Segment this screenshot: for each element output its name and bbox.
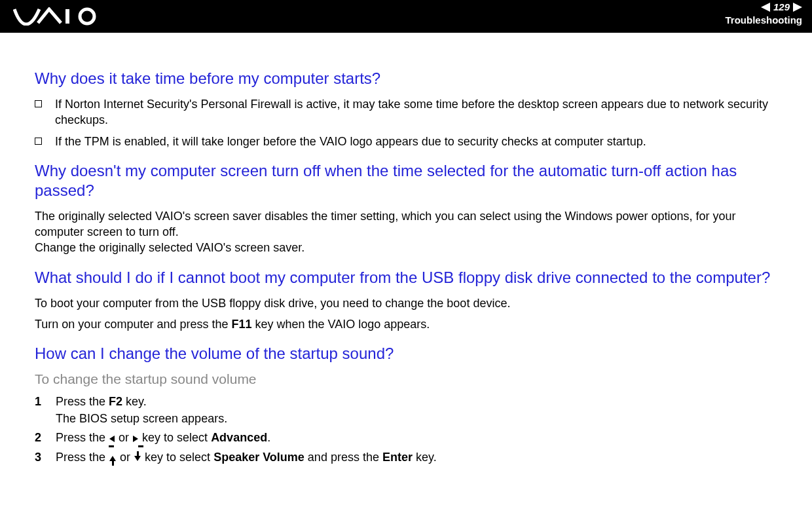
section-title: Troubleshooting xyxy=(726,14,803,26)
step-text: Press the or key to select Speaker Volum… xyxy=(56,449,437,466)
arrow-right-icon xyxy=(133,430,138,446)
page-number: 129 xyxy=(773,1,790,12)
q2-para: The originally selected VAIO's screen sa… xyxy=(35,208,779,256)
question-3: What should I do if I cannot boot my com… xyxy=(35,268,779,288)
arrow-left-icon xyxy=(109,430,115,446)
bullet-icon xyxy=(35,100,42,107)
key-name: Enter xyxy=(382,451,413,464)
step-text: Press the or key to select Advanced. xyxy=(56,430,270,447)
q4-steps: 1 Press the F2 key. The BIOS setup scree… xyxy=(35,394,779,466)
svg-rect-0 xyxy=(65,9,69,24)
question-2: Why doesn't my computer screen turn off … xyxy=(35,161,779,200)
step-number: 3 xyxy=(35,449,56,466)
vaio-logo xyxy=(13,7,101,26)
key-name: F11 xyxy=(232,318,252,331)
bullet-text: If Norton Internet Security's Personal F… xyxy=(55,96,779,128)
list-item: If the TPM is enabled, it will take long… xyxy=(35,134,779,149)
text: Change the originally selected VAIO's sc… xyxy=(35,241,304,254)
q1-bullets: If Norton Internet Security's Personal F… xyxy=(35,96,779,149)
step-text: Press the F2 key. The BIOS setup screen … xyxy=(56,394,227,426)
bullet-icon xyxy=(35,138,42,145)
content: Why does it take time before my computer… xyxy=(0,33,812,481)
menu-name: Advanced xyxy=(211,431,267,444)
page-nav: 129 xyxy=(761,1,802,12)
arrow-down-icon xyxy=(134,449,141,466)
nav-next-icon[interactable] xyxy=(793,3,802,12)
text: The originally selected VAIO's screen sa… xyxy=(35,210,736,238)
key-name: F2 xyxy=(109,395,122,408)
list-item: 3 Press the or key to select Speaker Vol… xyxy=(35,449,779,466)
text: Turn on your computer and press the xyxy=(35,318,232,331)
menu-name: Speaker Volume xyxy=(213,451,304,464)
bullet-text: If the TPM is enabled, it will take long… xyxy=(55,134,646,149)
question-1: Why does it take time before my computer… xyxy=(35,69,779,88)
step-number: 1 xyxy=(35,394,56,410)
q3-para1: To boot your computer from the USB flopp… xyxy=(35,295,779,311)
svg-point-1 xyxy=(80,9,94,24)
step-number: 2 xyxy=(35,430,56,446)
q3-para2: Turn on your computer and press the F11 … xyxy=(35,316,779,332)
header-bar: 129 Troubleshooting xyxy=(0,0,812,33)
text: key when the VAIO logo appears. xyxy=(252,318,430,331)
question-4: How can I change the volume of the start… xyxy=(35,344,779,364)
list-item: 2 Press the or key to select Advanced. xyxy=(35,430,779,447)
list-item: If Norton Internet Security's Personal F… xyxy=(35,96,779,128)
list-item: 1 Press the F2 key. The BIOS setup scree… xyxy=(35,394,779,426)
arrow-up-icon xyxy=(109,449,116,466)
q4-subtitle: To change the startup sound volume xyxy=(35,371,779,387)
nav-prev-icon[interactable] xyxy=(761,3,770,12)
